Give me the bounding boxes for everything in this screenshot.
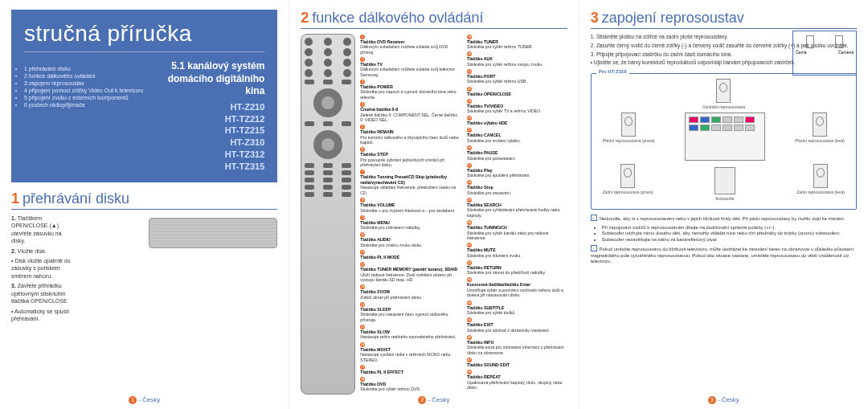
- footer-3: 3- Česky: [579, 396, 868, 404]
- footer-1: 1- Česky: [0, 396, 289, 404]
- guide-title: stručná příručka: [24, 21, 264, 52]
- footer-2: 2- Česky: [289, 396, 578, 404]
- rear-right-speaker-icon: [620, 164, 635, 188]
- front-right-speaker-icon: [621, 112, 636, 137]
- remote-illustration: [301, 34, 355, 395]
- subtitle-line1: 5.1 kanálový systém: [152, 60, 265, 73]
- section3-heading: 3zapojení reprosoustav: [591, 10, 857, 29]
- page-2: 2funkce dálkového ovládání 1Tlačítko DVD…: [289, 0, 579, 409]
- center-speaker-icon: [716, 79, 731, 103]
- section1-heading: 1přehrávání disku: [11, 190, 277, 210]
- manual-spread: stručná příručka 1 přehrávání disku2 fun…: [0, 0, 868, 409]
- front-left-speaker-icon: [813, 112, 827, 137]
- subwoofer-icon: [714, 167, 735, 194]
- warning-icon: !: [591, 215, 597, 221]
- model-list: HT-Z210HT-TZ212HT-TZ215HT-Z310HT-TZ312HT…: [152, 101, 265, 173]
- subtitle-line2: domácího digitálního kina: [152, 73, 265, 98]
- diagram-label: Pro HT-Z310: [596, 69, 629, 74]
- section2-heading: 2funkce dálkového ovládání: [301, 10, 567, 29]
- terminal-mini-diagram: ČernáČervená: [792, 31, 857, 76]
- speaker-diagram: Pro HT-Z310 Centrální reprosoustava Před…: [591, 73, 857, 210]
- page-1: stručná příručka 1 přehrávání disku2 fun…: [0, 0, 289, 409]
- remote-function-list: 1Tlačítko DVD ReceiverDálkovým ovladačem…: [360, 34, 567, 395]
- warning-icon: !: [591, 245, 597, 252]
- section1-steps: 1. Tlačítkem OPEN/CLOSE (▲) otevřete zás…: [11, 215, 72, 325]
- page1-header: stručná příručka 1 přehrávání disku2 fun…: [11, 10, 277, 182]
- warning-notes: !Nedovolte, aby si s reprosoustavami neb…: [591, 215, 857, 265]
- toc-list: 1 přehrávání disku2 funkce dálkového ovl…: [24, 65, 144, 173]
- dvd-player-illustration: [149, 218, 277, 248]
- page-3: 3zapojení reprosoustav 1. Stiskněte ploš…: [579, 0, 868, 409]
- rear-left-speaker-icon: [813, 164, 828, 188]
- receiver-back-icon: [685, 112, 765, 161]
